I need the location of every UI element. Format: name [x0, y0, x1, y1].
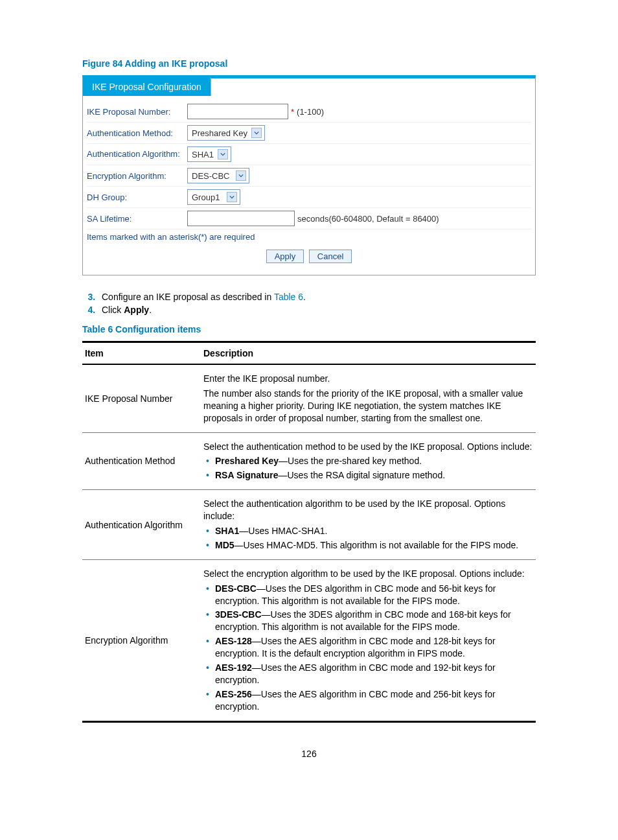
apply-button[interactable]: Apply — [266, 250, 304, 263]
cell-desc: Select the encryption algorithm to be us… — [201, 559, 536, 721]
row-auth-algo: Authentication Algorithm: SHA1 — [87, 144, 531, 165]
panel-tab[interactable]: IKE Proposal Configuration — [83, 78, 211, 96]
step-4: Click Apply. — [98, 305, 536, 315]
required-marker: * — [291, 107, 294, 117]
required-note: Items marked with an asterisk(*) are req… — [87, 229, 531, 247]
th-description: Description — [201, 342, 536, 365]
auth-algo-value: SHA1 — [192, 150, 214, 159]
row-sa-lifetime: SA Lifetime: seconds(60-604800, Default … — [87, 208, 531, 229]
cell-item: Authentication Algorithm — [82, 490, 201, 560]
label-enc-algo: Encryption Algorithm: — [87, 171, 187, 181]
sa-lifetime-input[interactable] — [187, 211, 295, 226]
table-6-link[interactable]: Table 6 — [274, 292, 303, 302]
sa-lifetime-hint: seconds(60-604800, Default = 86400) — [297, 214, 439, 224]
config-items-table: Item Description IKE Proposal Number Ent… — [82, 341, 536, 723]
figure-title: Figure 84 Adding an IKE proposal — [82, 58, 536, 69]
row-auth-method: Authentication Method: Preshared Key — [87, 122, 531, 144]
cell-desc: Select the authentication algorithm to b… — [201, 490, 536, 560]
proposal-number-input[interactable] — [187, 104, 288, 119]
label-auth-method: Authentication Method: — [87, 128, 187, 138]
cancel-button[interactable]: Cancel — [309, 250, 352, 263]
table-row: Encryption Algorithm Select the encrypti… — [82, 559, 536, 721]
th-item: Item — [82, 342, 201, 365]
enc-algo-value: DES-CBC — [192, 171, 230, 181]
row-enc-algo: Encryption Algorithm: DES-CBC — [87, 165, 531, 187]
row-dh-group: DH Group: Group1 — [87, 187, 531, 208]
auth-algo-select[interactable]: SHA1 — [187, 146, 231, 162]
cell-desc: Enter the IKE proposal number. The numbe… — [201, 364, 536, 432]
ike-config-panel: IKE Proposal Configuration IKE Proposal … — [82, 75, 536, 275]
chevron-down-icon — [227, 192, 237, 202]
label-auth-algo: Authentication Algorithm: — [87, 150, 187, 159]
dh-group-value: Group1 — [192, 192, 220, 202]
page-number: 126 — [82, 749, 536, 759]
table-title: Table 6 Configuration items — [82, 324, 536, 334]
table-row: Authentication Method Select the authent… — [82, 432, 536, 490]
label-dh-group: DH Group: — [87, 192, 187, 202]
dh-group-select[interactable]: Group1 — [187, 189, 240, 205]
table-row: Authentication Algorithm Select the auth… — [82, 490, 536, 560]
auth-method-value: Preshared Key — [192, 128, 247, 138]
label-sa-lifetime: SA Lifetime: — [87, 214, 187, 224]
cell-item: Encryption Algorithm — [82, 559, 201, 721]
row-proposal-number: IKE Proposal Number: * (1-100) — [87, 101, 531, 122]
step-3: Configure an IKE proposal as described i… — [98, 292, 536, 302]
chevron-down-icon — [251, 128, 262, 138]
auth-method-select[interactable]: Preshared Key — [187, 125, 265, 141]
chevron-down-icon — [236, 170, 246, 181]
label-proposal-number: IKE Proposal Number: — [87, 107, 187, 117]
enc-algo-select[interactable]: DES-CBC — [187, 168, 249, 183]
cell-item: Authentication Method — [82, 432, 201, 490]
chevron-down-icon — [218, 149, 228, 159]
proposal-number-hint: (1-100) — [297, 107, 324, 117]
cell-item: IKE Proposal Number — [82, 364, 201, 432]
step-list: Configure an IKE proposal as described i… — [82, 292, 536, 315]
table-row: IKE Proposal Number Enter the IKE propos… — [82, 364, 536, 432]
cell-desc: Select the authentication method to be u… — [201, 432, 536, 490]
